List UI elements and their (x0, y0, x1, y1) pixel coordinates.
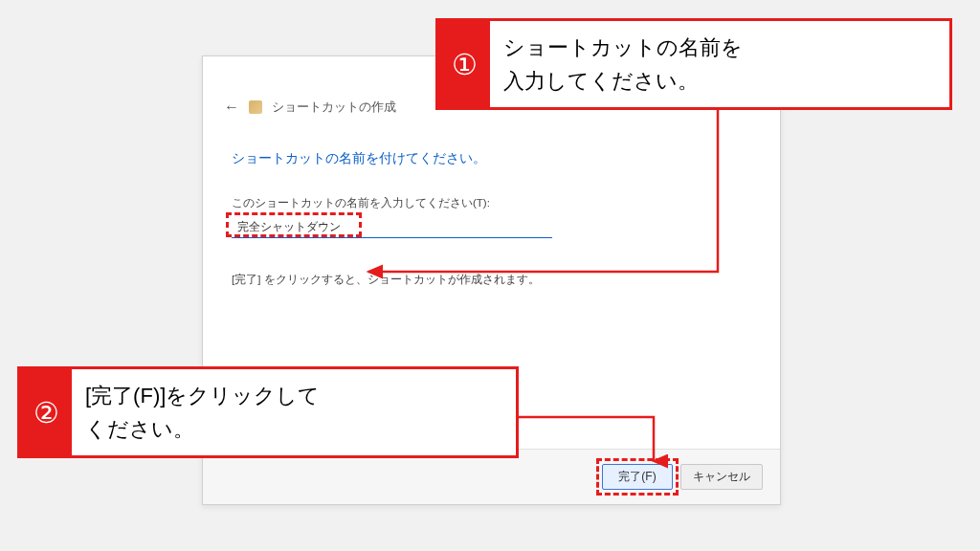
shortcut-name-input[interactable] (232, 216, 552, 238)
dialog-title: ショートカットの作成 (272, 99, 396, 116)
annotation-badge-2: ② (20, 369, 72, 455)
cancel-button[interactable]: キャンセル (680, 464, 763, 490)
back-arrow-icon[interactable]: ← (224, 99, 239, 116)
annotation-text-2: [完了(F)]をクリックして ください。 (72, 369, 337, 455)
shortcut-app-icon (249, 100, 262, 114)
annotation-callout-2: ② [完了(F)]をクリックして ください。 (17, 366, 519, 458)
shortcut-name-input-wrap (232, 216, 552, 238)
annotation-text-1: ショートカットの名前を 入力してください。 (490, 21, 760, 107)
finish-button-label: 完了(F) (618, 470, 656, 483)
dialog-heading: ショートカットの名前を付けてください。 (232, 150, 780, 167)
cancel-button-label: キャンセル (693, 470, 750, 483)
annotation-callout-1: ① ショートカットの名前を 入力してください。 (435, 18, 952, 110)
dialog-hint: [完了] をクリックすると、ショートカットが作成されます。 (232, 273, 780, 287)
annotation-badge-1: ① (438, 21, 490, 107)
finish-button[interactable]: 完了(F) (602, 464, 673, 490)
shortcut-name-label: このショートカットの名前を入力してください(T): (232, 196, 780, 210)
